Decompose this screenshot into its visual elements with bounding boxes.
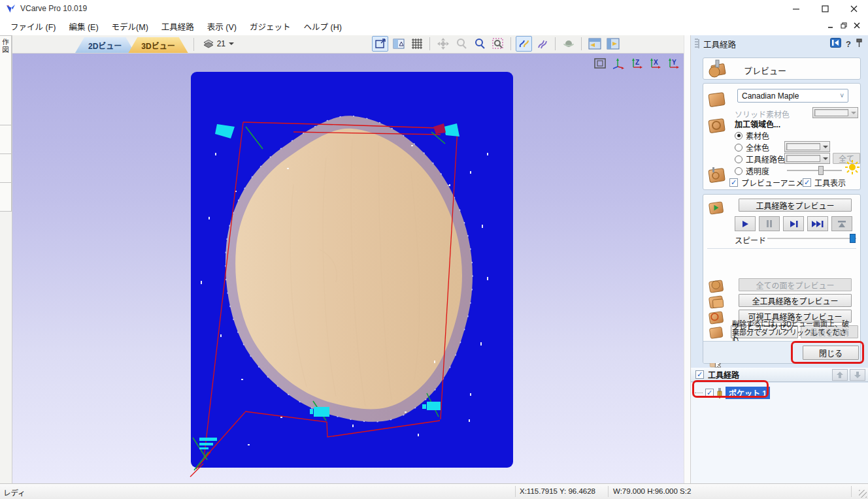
preview-title: プレビュー bbox=[744, 64, 786, 76]
dock-left-icon[interactable] bbox=[830, 38, 841, 50]
preview-toolpath-button[interactable]: 工具経路をプレビュー bbox=[739, 199, 852, 212]
toolpath-list-header: ✓ 工具経路 bbox=[691, 368, 868, 382]
menu-bar: ファイル (F) 編集 (E) モデル(M) 工具経路 表示 (V) ガジェット… bbox=[0, 17, 868, 35]
play-button[interactable] bbox=[735, 216, 756, 231]
front-view-icon[interactable]: Y bbox=[665, 57, 680, 69]
zoom-extents-icon[interactable] bbox=[372, 36, 388, 52]
window-layout-icon[interactable] bbox=[390, 36, 407, 52]
step-forward-button[interactable] bbox=[783, 216, 804, 231]
status-ready: レディ bbox=[3, 487, 25, 498]
tile-toolpath-window-icon[interactable] bbox=[586, 36, 603, 52]
left-tab-4[interactable] bbox=[0, 183, 12, 212]
layer-count: 21 bbox=[217, 39, 225, 48]
menu-gadget[interactable]: ガジェット bbox=[243, 17, 297, 36]
radio-dot bbox=[735, 155, 743, 163]
reset-icon bbox=[707, 324, 726, 341]
tab-3d-label: 3Dビュー bbox=[141, 40, 175, 51]
help-icon[interactable]: ? bbox=[846, 39, 851, 49]
run-to-end-button bbox=[831, 216, 852, 231]
panel-divider-strip[interactable] bbox=[684, 35, 691, 483]
3d-view[interactable]: Z X Y bbox=[12, 54, 684, 483]
toggle-2d-3d-icon[interactable] bbox=[516, 36, 532, 52]
menu-model[interactable]: モデル(M) bbox=[105, 17, 155, 36]
radio-dot bbox=[735, 132, 743, 140]
orbit-icon[interactable] bbox=[560, 36, 576, 52]
fast-forward-button[interactable] bbox=[807, 216, 828, 231]
layers-icon bbox=[203, 39, 214, 48]
title-bar: VCarve Pro 10.019 bbox=[0, 0, 868, 17]
radio-toolpath-label: 工具経路色 bbox=[746, 153, 785, 165]
chevron-down-icon: ˅ bbox=[840, 92, 844, 99]
menu-file[interactable]: ファイル (F) bbox=[4, 17, 62, 36]
menu-toolpath[interactable]: 工具経路 bbox=[155, 17, 201, 36]
tool-anim-icon bbox=[707, 165, 727, 185]
left-tab-3[interactable] bbox=[0, 154, 12, 183]
close-button[interactable] bbox=[839, 0, 868, 17]
preview-toolpath-icon bbox=[707, 199, 726, 217]
machined-area-icon bbox=[707, 115, 727, 136]
status-coordinates: X:115.7915 Y: 96.4628 bbox=[520, 487, 595, 495]
mdi-restore-icon[interactable] bbox=[841, 22, 847, 31]
toolpath-list: ✓ ポケット 1 bbox=[691, 383, 868, 483]
toolbar-separator bbox=[510, 37, 511, 50]
pin-icon[interactable] bbox=[856, 39, 863, 50]
menu-view[interactable]: 表示 (V) bbox=[201, 17, 243, 36]
menu-help[interactable]: ヘルプ (H) bbox=[297, 17, 348, 36]
radio-transparency[interactable]: 透明度 bbox=[735, 165, 769, 176]
toolpath-item-pocket1[interactable]: ✓ ポケット 1 bbox=[695, 387, 770, 399]
solid-color-dropdown bbox=[812, 107, 858, 118]
radio-global-color[interactable]: 全体色 bbox=[735, 142, 769, 153]
tab-drawing[interactable]: 作図 bbox=[0, 35, 12, 125]
top-view-icon[interactable]: Z bbox=[629, 57, 643, 69]
tab-drawing-label: 作図 bbox=[1, 39, 10, 54]
radio-dot bbox=[735, 144, 743, 152]
minimize-button[interactable] bbox=[782, 0, 810, 17]
grid-icon[interactable] bbox=[409, 36, 425, 52]
tool-display-checkbox[interactable]: ✓ 工具表示 bbox=[803, 177, 846, 188]
zoom-selection-icon[interactable] bbox=[490, 36, 506, 52]
status-separator bbox=[608, 486, 609, 497]
iso-view-icon[interactable] bbox=[610, 57, 625, 69]
pan-icon[interactable] bbox=[435, 36, 451, 52]
material-icon bbox=[707, 89, 727, 110]
side-view-icon[interactable]: X bbox=[647, 57, 661, 69]
checkbox: ✓ bbox=[729, 178, 738, 187]
mdi-close-icon[interactable] bbox=[854, 22, 860, 31]
layer-dropdown[interactable]: 21 bbox=[199, 36, 238, 52]
speed-label: スピード bbox=[735, 234, 766, 246]
panel-grip[interactable] bbox=[695, 39, 698, 49]
tab-2d-view[interactable]: 2Dビュー bbox=[75, 37, 135, 53]
toolpath-panel: 工具経路 ? プレビュー bbox=[691, 35, 868, 483]
transparency-slider[interactable] bbox=[787, 166, 842, 175]
maximize-button[interactable] bbox=[810, 0, 839, 17]
close-panel-button[interactable]: 閉じる bbox=[803, 346, 859, 360]
resize-grip[interactable] bbox=[859, 490, 867, 498]
zoom-window-icon[interactable] bbox=[471, 36, 488, 52]
left-tab-2[interactable] bbox=[0, 125, 12, 154]
frame-view-icon[interactable] bbox=[593, 57, 607, 69]
area-color-label: 加工領域色... bbox=[735, 118, 780, 129]
app-window: VCarve Pro 10.019 ファイル (F) 編集 (E) モデル(M)… bbox=[0, 0, 868, 499]
status-bar: レディ X:115.7915 Y: 96.4628 W:79.000 H:96.… bbox=[0, 483, 868, 499]
speed-slider[interactable] bbox=[767, 234, 856, 243]
tab-3d-view[interactable]: 3Dビュー bbox=[128, 37, 188, 53]
mdi-minimize-icon[interactable] bbox=[827, 22, 834, 31]
radio-toolpath-color[interactable]: 工具経路色 bbox=[735, 153, 785, 165]
toolpaths-visible-checkbox[interactable]: ✓ bbox=[695, 370, 704, 379]
curves-icon[interactable] bbox=[534, 36, 550, 52]
preview-all-toolpaths-button[interactable]: 全工具経路をプレビュー bbox=[739, 294, 852, 307]
zoom-icon[interactable] bbox=[453, 36, 469, 52]
radio-material-color[interactable]: 素材色 bbox=[735, 130, 769, 141]
material-select[interactable]: Canadian Maple ˅ bbox=[737, 89, 848, 103]
3d-preview-render bbox=[12, 54, 684, 483]
toolpath-color-dropdown[interactable] bbox=[784, 153, 830, 164]
left-tab-strip: 作図 bbox=[0, 35, 12, 483]
tile-panel-window-icon[interactable] bbox=[605, 36, 621, 52]
move-down-button bbox=[850, 369, 865, 381]
toolpath-item-checkbox[interactable]: ✓ bbox=[705, 389, 714, 397]
mdi-window-controls bbox=[827, 22, 868, 31]
preview-anim-checkbox[interactable]: ✓ プレビューアニメ bbox=[729, 177, 803, 188]
tool-display-label: 工具表示 bbox=[814, 177, 846, 188]
menu-edit[interactable]: 編集 (E) bbox=[62, 17, 105, 36]
global-color-dropdown[interactable] bbox=[784, 141, 830, 152]
